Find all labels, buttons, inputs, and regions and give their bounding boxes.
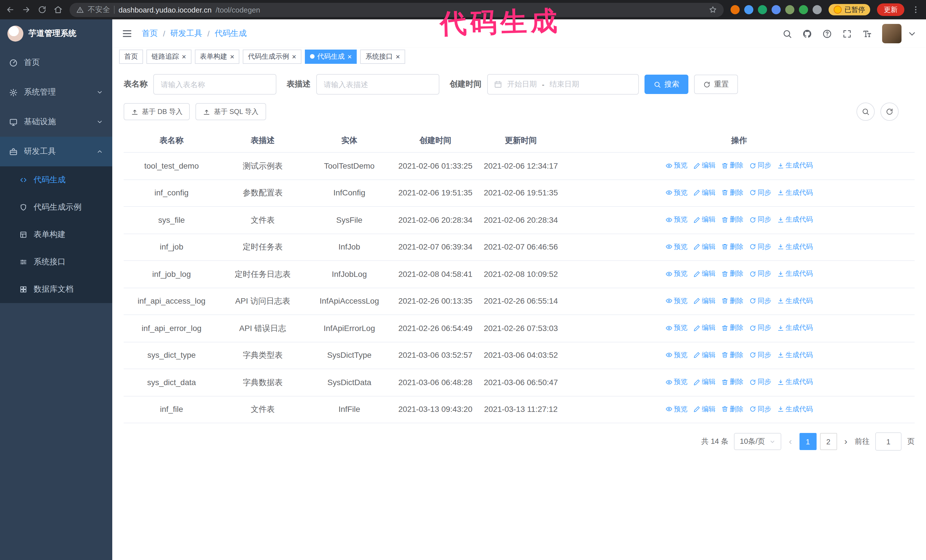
preview-link[interactable]: 预览 bbox=[665, 295, 687, 306]
generate-code-link[interactable]: 生成代码 bbox=[777, 268, 813, 279]
sidebar-item-system-management[interactable]: 系统管理 bbox=[0, 77, 112, 107]
generate-code-link[interactable]: 生成代码 bbox=[777, 404, 813, 414]
hamburger-icon[interactable] bbox=[121, 28, 133, 39]
tab-form-builder[interactable]: 表单构建× bbox=[195, 49, 239, 63]
page-button-2[interactable]: 2 bbox=[820, 433, 837, 450]
sidebar-item-infrastructure[interactable]: 基础设施 bbox=[0, 107, 112, 137]
preview-link[interactable]: 预览 bbox=[665, 187, 687, 198]
kebab-menu-icon[interactable] bbox=[911, 5, 920, 14]
generate-code-link[interactable]: 生成代码 bbox=[777, 214, 813, 225]
search-button[interactable]: 搜索 bbox=[645, 75, 688, 94]
tab-system-api[interactable]: 系统接口× bbox=[360, 49, 405, 63]
edit-link[interactable]: 编辑 bbox=[693, 350, 716, 360]
generate-code-link[interactable]: 生成代码 bbox=[777, 295, 813, 306]
extension-leaf-icon[interactable] bbox=[799, 5, 808, 14]
sync-link[interactable]: 同步 bbox=[749, 323, 771, 333]
paused-badge[interactable]: 已暂停 bbox=[829, 4, 870, 15]
sync-link[interactable]: 同步 bbox=[749, 268, 771, 279]
delete-link[interactable]: 删除 bbox=[721, 160, 743, 171]
extension-people-icon[interactable] bbox=[772, 5, 781, 14]
help-icon[interactable] bbox=[822, 29, 832, 38]
delete-link[interactable]: 删除 bbox=[721, 268, 743, 279]
edit-link[interactable]: 编辑 bbox=[693, 295, 716, 306]
edit-link[interactable]: 编辑 bbox=[693, 187, 716, 198]
font-size-icon[interactable] bbox=[862, 29, 872, 38]
tab-code-generation[interactable]: 代码生成× bbox=[305, 49, 357, 63]
url-bar[interactable]: 不安全 dashboard.yudao.iocoder.cn/tool/code… bbox=[70, 3, 724, 17]
sync-link[interactable]: 同步 bbox=[749, 214, 771, 225]
edit-link[interactable]: 编辑 bbox=[693, 241, 716, 252]
reset-button[interactable]: 重置 bbox=[694, 75, 738, 94]
preview-link[interactable]: 预览 bbox=[665, 377, 687, 387]
edit-link[interactable]: 编辑 bbox=[693, 160, 716, 171]
delete-link[interactable]: 删除 bbox=[721, 295, 743, 306]
preview-link[interactable]: 预览 bbox=[665, 214, 687, 225]
breadcrumb-devtools[interactable]: 研发工具 bbox=[170, 29, 202, 39]
tab-trace[interactable]: 链路追踪× bbox=[147, 49, 191, 63]
import-sql-button[interactable]: 基于 SQL 导入 bbox=[196, 103, 266, 120]
delete-link[interactable]: 删除 bbox=[721, 323, 743, 333]
generate-code-link[interactable]: 生成代码 bbox=[777, 187, 813, 198]
edit-link[interactable]: 编辑 bbox=[693, 268, 716, 279]
fullscreen-icon[interactable] bbox=[842, 29, 852, 38]
close-icon[interactable]: × bbox=[182, 53, 186, 60]
prev-page-button[interactable]: ‹ bbox=[787, 436, 794, 447]
chevron-down-icon[interactable] bbox=[907, 29, 917, 38]
tab-home[interactable]: 首页 bbox=[119, 49, 143, 63]
edit-link[interactable]: 编辑 bbox=[693, 323, 716, 333]
preview-link[interactable]: 预览 bbox=[665, 268, 687, 279]
github-icon[interactable] bbox=[802, 29, 812, 38]
preview-link[interactable]: 预览 bbox=[665, 241, 687, 252]
sync-link[interactable]: 同步 bbox=[749, 350, 771, 360]
toggle-search-button[interactable] bbox=[856, 103, 875, 121]
table-name-input[interactable] bbox=[153, 74, 276, 95]
generate-code-link[interactable]: 生成代码 bbox=[777, 160, 813, 171]
bookmark-star-icon[interactable] bbox=[709, 6, 717, 14]
close-icon[interactable]: × bbox=[348, 53, 352, 60]
generate-code-link[interactable]: 生成代码 bbox=[777, 323, 813, 333]
sync-link[interactable]: 同步 bbox=[749, 295, 771, 306]
close-icon[interactable]: × bbox=[292, 53, 296, 60]
back-icon[interactable] bbox=[6, 5, 15, 14]
close-icon[interactable]: × bbox=[230, 53, 234, 60]
next-page-button[interactable]: › bbox=[843, 436, 849, 447]
extension-check-icon[interactable] bbox=[758, 5, 767, 14]
refresh-table-button[interactable] bbox=[881, 103, 899, 121]
delete-link[interactable]: 删除 bbox=[721, 214, 743, 225]
tab-codegen-example[interactable]: 代码生成示例× bbox=[243, 49, 301, 63]
close-icon[interactable]: × bbox=[396, 53, 400, 60]
sidebar-subitem-codegen-example[interactable]: 代码生成示例 bbox=[0, 194, 112, 221]
sync-link[interactable]: 同步 bbox=[749, 160, 771, 171]
edit-link[interactable]: 编辑 bbox=[693, 404, 716, 414]
table-desc-input[interactable] bbox=[316, 74, 439, 95]
extension-capture-icon[interactable] bbox=[785, 5, 794, 14]
generate-code-link[interactable]: 生成代码 bbox=[777, 241, 813, 252]
extension-drop-icon[interactable] bbox=[744, 5, 754, 14]
sync-link[interactable]: 同步 bbox=[749, 404, 771, 414]
delete-link[interactable]: 删除 bbox=[721, 377, 743, 387]
preview-link[interactable]: 预览 bbox=[665, 160, 687, 171]
extension-fox-icon[interactable] bbox=[731, 5, 740, 14]
delete-link[interactable]: 删除 bbox=[721, 350, 743, 360]
preview-link[interactable]: 预览 bbox=[665, 323, 687, 333]
breadcrumb-home[interactable]: 首页 bbox=[142, 29, 158, 39]
preview-link[interactable]: 预览 bbox=[665, 404, 687, 414]
sync-link[interactable]: 同步 bbox=[749, 187, 771, 198]
edit-link[interactable]: 编辑 bbox=[693, 214, 716, 225]
delete-link[interactable]: 删除 bbox=[721, 187, 743, 198]
reload-icon[interactable] bbox=[38, 5, 47, 14]
sidebar-item-home[interactable]: 首页 bbox=[0, 48, 112, 77]
sync-link[interactable]: 同步 bbox=[749, 377, 771, 387]
delete-link[interactable]: 删除 bbox=[721, 241, 743, 252]
extension-puzzle-icon[interactable] bbox=[813, 5, 822, 14]
sync-link[interactable]: 同步 bbox=[749, 241, 771, 252]
delete-link[interactable]: 删除 bbox=[721, 404, 743, 414]
sidebar-subitem-system-api[interactable]: 系统接口 bbox=[0, 248, 112, 276]
preview-link[interactable]: 预览 bbox=[665, 350, 687, 360]
sidebar-subitem-form-builder[interactable]: 表单构建 bbox=[0, 221, 112, 248]
sidebar-subitem-code-generation[interactable]: 代码生成 bbox=[0, 166, 112, 194]
generate-code-link[interactable]: 生成代码 bbox=[777, 350, 813, 360]
security-warning-label[interactable]: 不安全 bbox=[88, 5, 110, 15]
generate-code-link[interactable]: 生成代码 bbox=[777, 377, 813, 387]
page-size-select[interactable]: 10条/页 bbox=[734, 433, 782, 450]
